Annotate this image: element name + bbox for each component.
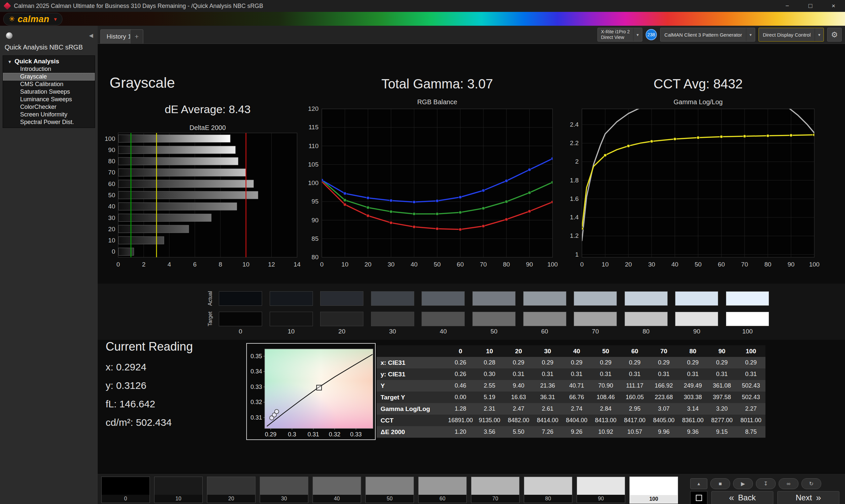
pattern-level-button-90[interactable]: 90: [577, 476, 625, 503]
table-cell: 2.74: [562, 403, 591, 415]
table-cell: 2.84: [591, 403, 620, 415]
stop-button[interactable]: ■: [710, 478, 730, 489]
table-col-header: 60: [620, 345, 649, 357]
table-cell: 8.75: [736, 426, 765, 438]
table-col-header: 20: [504, 345, 533, 357]
pattern-level-button-50[interactable]: 50: [365, 476, 414, 503]
continuous-measure-button[interactable]: ∞: [779, 478, 798, 489]
table-col-header: 100: [736, 345, 765, 357]
pattern-level-button-60[interactable]: 60: [418, 476, 467, 503]
pattern-level-button-80[interactable]: 80: [524, 476, 573, 503]
display-control-dropdown[interactable]: Direct Display Control ▾: [758, 28, 824, 41]
back-button[interactable]: « Back: [711, 491, 773, 504]
pattern-level-label: 100: [630, 495, 677, 503]
next-button[interactable]: Next »: [777, 491, 839, 504]
table-cell: 0.28: [475, 357, 504, 368]
table-cell: 8413.00: [591, 415, 620, 426]
pattern-color-block: [471, 477, 519, 495]
pattern-level-button-30[interactable]: 30: [260, 476, 308, 503]
actual-swatch-10: [270, 291, 313, 306]
pattern-level-button-100[interactable]: 100: [630, 476, 678, 504]
table-cell: 8414.00: [533, 415, 562, 426]
pattern-level-button-70[interactable]: 70: [471, 476, 520, 503]
svg-text:90: 90: [788, 261, 794, 268]
tree-item-spectral-power[interactable]: Spectral Power Dist.: [3, 119, 95, 126]
swatch-level-label: 100: [726, 328, 769, 335]
swatch-level-label: 90: [675, 328, 718, 335]
reading-fl: fL: 146.642: [106, 398, 155, 410]
svg-text:90: 90: [108, 146, 115, 154]
play-button[interactable]: ▶: [733, 478, 753, 489]
svg-text:70: 70: [741, 261, 748, 268]
table-cell: 10.92: [591, 426, 620, 438]
target-swatch-20: [320, 312, 364, 326]
tree-item-colorchecker[interactable]: ColorChecker: [3, 103, 95, 111]
tree-item-introduction[interactable]: Introduction: [3, 65, 95, 73]
add-tab-button[interactable]: +: [130, 29, 143, 43]
svg-text:10: 10: [602, 261, 609, 268]
settings-button[interactable]: ⚙: [827, 28, 842, 41]
table-cell: 8011.00: [736, 415, 765, 426]
pattern-level-button-10[interactable]: 10: [154, 476, 203, 503]
pattern-color-block: [155, 477, 203, 495]
svg-text:50: 50: [108, 192, 115, 199]
swatch-row-label: Target: [207, 310, 213, 327]
maximize-button[interactable]: □: [799, 0, 822, 12]
save-button[interactable]: ↧: [756, 478, 776, 489]
chevron-up-icon: ▲: [697, 481, 701, 486]
svg-text:10: 10: [341, 261, 348, 268]
tree-root-quick-analysis[interactable]: ▼Quick Analysis: [3, 57, 95, 65]
tree-root-label: Quick Analysis: [15, 58, 59, 65]
svg-text:40: 40: [108, 203, 115, 210]
table-cell: 166.92: [649, 380, 678, 392]
swatch-level-label: 10: [270, 328, 313, 335]
refresh-button[interactable]: ↻: [802, 478, 821, 489]
de-average-readout: dE Average: 8.43: [118, 103, 297, 116]
pattern-level-button-40[interactable]: 40: [313, 476, 361, 503]
tree-item-cms-calibration[interactable]: CMS Calibration: [3, 80, 95, 88]
pattern-level-button-20[interactable]: 20: [207, 476, 256, 503]
svg-text:85: 85: [312, 235, 318, 242]
page-title: Grayscale: [110, 74, 175, 91]
pattern-level-label: 60: [419, 495, 466, 503]
pattern-window-button[interactable]: [690, 491, 707, 504]
next-button-label: Next: [796, 493, 812, 502]
table-cell: 8404.00: [562, 415, 591, 426]
table-cell: 8405.00: [649, 415, 678, 426]
meter-dropdown[interactable]: X-Rite i1Pro 2 Direct View ▾: [597, 28, 642, 41]
table-cell: 361.08: [707, 380, 736, 392]
table-cell: 10.57: [620, 426, 649, 438]
svg-text:50: 50: [694, 261, 701, 268]
chevron-down-icon: ▾: [815, 28, 824, 41]
target-swatch-80: [624, 312, 668, 326]
table-cell: 0.31: [620, 368, 649, 380]
chevrons-right-icon: »: [816, 492, 821, 503]
svg-text:80: 80: [312, 254, 318, 260]
tree-item-luminance-sweeps[interactable]: Luminance Sweeps: [3, 96, 95, 103]
svg-text:80: 80: [764, 261, 771, 268]
workflow-sphere-icon[interactable]: [6, 32, 13, 39]
svg-text:0: 0: [580, 261, 584, 268]
pattern-window-icon: [696, 495, 702, 501]
tree-item-grayscale[interactable]: Grayscale: [3, 73, 95, 80]
table-row-label: Target Y: [376, 392, 446, 403]
pattern-color-block: [630, 477, 677, 495]
table-cell: 9.36: [678, 426, 707, 438]
pattern-level-button-0[interactable]: 0: [101, 476, 150, 503]
pattern-generator-dropdown[interactable]: CalMAN Client 3 Pattern Generator ▾: [660, 28, 755, 41]
tree-item-screen-uniformity[interactable]: Screen Uniformity: [3, 111, 95, 119]
table-cell: 21.36: [533, 380, 562, 392]
minimize-button[interactable]: −: [776, 0, 799, 12]
svg-text:0.33: 0.33: [350, 431, 362, 438]
tree-item-saturation-sweeps[interactable]: Saturation Sweeps: [3, 88, 95, 96]
meter-mode: Direct View: [601, 35, 630, 40]
pattern-color-block: [366, 477, 413, 495]
svg-text:95: 95: [312, 198, 318, 205]
sidebar-collapse-button[interactable]: ◀: [89, 32, 93, 39]
table-cell: 3.07: [649, 403, 678, 415]
calman-logo-menu[interactable]: ✳ calman ▾: [3, 13, 63, 25]
meter-status-badge[interactable]: 238: [646, 29, 657, 40]
chevron-down-icon: ▾: [633, 28, 642, 41]
close-button[interactable]: ×: [822, 0, 845, 12]
panel-up-button[interactable]: ▲: [690, 478, 707, 489]
